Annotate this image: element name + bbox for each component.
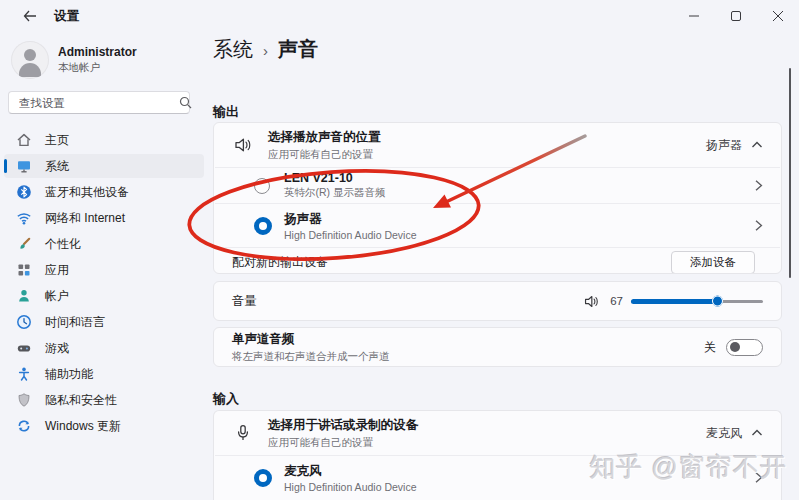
scrollbar[interactable]: [789, 68, 792, 278]
accounts-icon: [16, 288, 32, 304]
sidebar-item-accessibility[interactable]: 辅助功能: [4, 362, 204, 386]
gaming-icon: [16, 340, 32, 356]
volume-card: 音量 67: [213, 281, 782, 321]
output-selector-subtitle: 应用可能有自己的设置: [268, 148, 706, 162]
chevron-up-icon: [751, 141, 763, 149]
toggle-knob: [730, 342, 740, 352]
network-icon: [16, 210, 32, 226]
mono-audio-toggle[interactable]: [726, 339, 763, 356]
close-button[interactable]: [757, 0, 799, 32]
mono-audio-subtitle: 将左声道和右声道合并成一个声道: [232, 350, 704, 364]
breadcrumb-system[interactable]: 系统: [213, 36, 253, 63]
account-type: 本地帐户: [58, 61, 137, 75]
maximize-icon: [731, 11, 741, 21]
windows-update-icon: [16, 418, 32, 434]
output-section-header: 输出: [213, 103, 239, 121]
output-device-row-speakers[interactable]: 扬声器 High Definition Audio Device: [214, 204, 781, 247]
avatar: [11, 41, 49, 79]
volume-slider[interactable]: [631, 295, 763, 307]
output-selected-value: 扬声器: [706, 137, 742, 154]
sidebar-item-network[interactable]: 网络和 Internet: [4, 206, 204, 230]
mono-audio-card: 单声道音频 将左声道和右声道合并成一个声道 关: [213, 327, 782, 367]
bluetooth-icon: [16, 184, 32, 200]
sidebar: Administrator 本地帐户 主页 系统 蓝牙和其他设备 网络和 Int…: [0, 32, 210, 500]
sidebar-item-home[interactable]: 主页: [4, 128, 204, 152]
page-title: 声音: [278, 36, 318, 63]
output-selector-title: 选择播放声音的位置: [268, 129, 706, 146]
toggle-state-label: 关: [704, 339, 716, 356]
search-input[interactable]: [9, 97, 179, 109]
output-device-row-len[interactable]: LEN V21-10 英特尔(R) 显示器音频: [214, 168, 781, 203]
accessibility-icon: [16, 366, 32, 382]
close-icon: [773, 11, 783, 21]
input-selector-subtitle: 应用可能有自己的设置: [268, 436, 706, 450]
sidebar-item-apps[interactable]: 应用: [4, 258, 204, 282]
volume-speaker-icon[interactable]: [583, 293, 600, 310]
sidebar-item-time-language[interactable]: 时间和语言: [4, 310, 204, 334]
speaker-icon: [232, 135, 254, 155]
watermark: 知乎 @窗帘不开: [589, 450, 787, 485]
maximize-button[interactable]: [715, 0, 757, 32]
input-selected-value: 麦克风: [706, 425, 742, 442]
back-arrow-icon: [23, 10, 37, 22]
minimize-icon: [689, 11, 699, 21]
account-block[interactable]: Administrator 本地帐户: [11, 41, 137, 79]
sidebar-item-windows-update[interactable]: Windows 更新: [4, 414, 204, 438]
chevron-right-icon: [754, 179, 763, 192]
system-icon: [16, 158, 32, 174]
sidebar-item-personalization[interactable]: 个性化: [4, 232, 204, 256]
input-selector-title: 选择用于讲话或录制的设备: [268, 417, 706, 434]
minimize-button[interactable]: [673, 0, 715, 32]
mono-audio-title: 单声道音频: [232, 331, 704, 348]
output-device-card: 选择播放声音的位置 应用可能有自己的设置 扬声器 LEN V21-10 英特尔(…: [213, 122, 782, 274]
sidebar-item-bluetooth[interactable]: 蓝牙和其他设备: [4, 180, 204, 204]
input-selector-row[interactable]: 选择用于讲话或录制的设备 应用可能有自己的设置 麦克风: [214, 411, 781, 455]
sidebar-item-accounts[interactable]: 帐户: [4, 284, 204, 308]
microphone-icon: [232, 423, 254, 443]
apps-icon: [16, 262, 32, 278]
output-selector-row[interactable]: 选择播放声音的位置 应用可能有自己的设置 扬声器: [214, 123, 781, 167]
breadcrumb-separator: ›: [263, 42, 268, 59]
pair-device-row: 配对新的输出设备 添加设备: [214, 248, 781, 274]
slider-fill: [631, 299, 717, 304]
sidebar-item-gaming[interactable]: 游戏: [4, 336, 204, 360]
privacy-shield-icon: [16, 392, 32, 408]
app-title: 设置: [54, 8, 79, 25]
settings-nav: 主页 系统 蓝牙和其他设备 网络和 Internet 个性化 应用 帐户 时间: [4, 127, 204, 439]
search-icon: [179, 96, 192, 109]
radio-speakers-selected[interactable]: [254, 217, 272, 235]
volume-value: 67: [607, 295, 623, 307]
account-name: Administrator: [58, 45, 137, 59]
pair-device-label: 配对新的输出设备: [232, 254, 671, 271]
chevron-right-icon: [754, 219, 763, 232]
volume-label: 音量: [232, 293, 583, 310]
slider-thumb[interactable]: [712, 296, 723, 307]
sidebar-item-privacy[interactable]: 隐私和安全性: [4, 388, 204, 412]
sidebar-item-system[interactable]: 系统: [4, 154, 204, 178]
breadcrumb: 系统 › 声音: [213, 36, 318, 63]
settings-search-box[interactable]: [8, 91, 190, 114]
back-button[interactable]: [14, 4, 46, 28]
chevron-up-icon: [751, 429, 763, 437]
radio-microphone-selected[interactable]: [254, 469, 272, 487]
home-icon: [16, 132, 32, 148]
time-language-icon: [16, 314, 32, 330]
titlebar: 设置: [0, 0, 799, 32]
personalization-icon: [16, 236, 32, 252]
radio-len-v21-10[interactable]: [254, 178, 270, 194]
add-device-button[interactable]: 添加设备: [671, 251, 755, 274]
input-section-header: 输入: [213, 390, 239, 408]
